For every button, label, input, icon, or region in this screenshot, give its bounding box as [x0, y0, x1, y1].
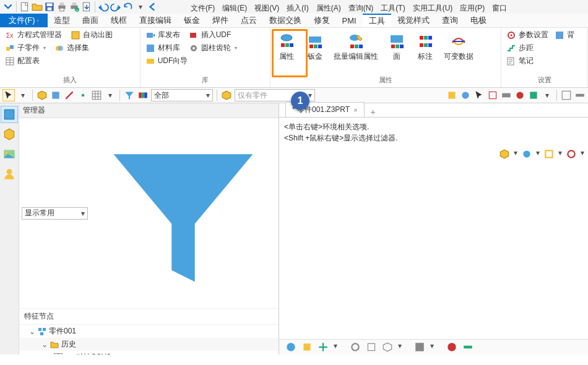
checkbox[interactable]: [54, 353, 63, 355]
dropdown-icon[interactable]: ▾: [558, 148, 562, 160]
menu-view[interactable]: 视图(V): [252, 3, 282, 14]
user-tab-icon[interactable]: [1, 165, 18, 182]
tool-icon[interactable]: [487, 90, 498, 101]
undo-icon[interactable]: [98, 1, 109, 12]
insert-udf-button[interactable]: 插入UDF: [188, 29, 233, 41]
tab-shape[interactable]: 造型: [48, 14, 76, 27]
tree-csys[interactable]: 默认CSYS: [19, 351, 279, 354]
menu-app[interactable]: 应用(P): [457, 3, 487, 14]
print-icon[interactable]: [56, 1, 67, 12]
param-settings-button[interactable]: 参数设置: [505, 29, 550, 41]
dropdown-icon[interactable]: ▾: [135, 1, 146, 12]
menu-attr[interactable]: 属性(A): [314, 3, 344, 14]
variable-data-button[interactable]: 可变数据: [441, 32, 476, 63]
export-icon[interactable]: [81, 1, 92, 12]
viewport[interactable]: ▾ ▾ ▾ ▾: [279, 147, 588, 339]
edge-icon[interactable]: [64, 90, 75, 101]
filter-scope-combo[interactable]: 全部▾: [151, 89, 213, 101]
tab-direct[interactable]: 直接编辑: [133, 14, 178, 27]
tab-surface[interactable]: 曲面: [76, 14, 105, 27]
equation-manager-button[interactable]: Σx方程式管理器: [4, 29, 63, 41]
tool-icon[interactable]: [561, 90, 572, 101]
nav-icon[interactable]: [301, 341, 313, 353]
dropdown-icon[interactable]: ▾: [514, 148, 517, 160]
nav-icon[interactable]: [285, 341, 296, 353]
open-folder-icon[interactable]: [32, 1, 43, 12]
pointer-icon[interactable]: [2, 89, 15, 101]
view-icon[interactable]: [521, 148, 532, 160]
dropdown-icon[interactable]: ▾: [105, 90, 116, 101]
dropdown-icon[interactable]: ▾: [542, 90, 553, 101]
menu-file[interactable]: 文件(F): [188, 3, 217, 14]
view-icon[interactable]: [566, 148, 577, 160]
sheetmetal-attr-button[interactable]: 钣金: [303, 32, 327, 63]
step-button[interactable]: 步距: [505, 42, 584, 54]
close-icon[interactable]: ×: [353, 106, 357, 114]
batch-edit-attr-button[interactable]: 批量编辑属性: [331, 32, 381, 63]
history-tab-icon[interactable]: [1, 106, 18, 123]
dropdown-icon[interactable]: ▾: [430, 341, 441, 353]
qat-dropdown-icon[interactable]: [2, 1, 14, 12]
dropdown-icon[interactable]: ▾: [398, 341, 409, 353]
grid-icon[interactable]: [91, 90, 102, 101]
filter-icon[interactable]: [90, 119, 276, 307]
color-bars-icon[interactable]: [137, 90, 149, 101]
tool-icon[interactable]: [501, 90, 512, 101]
menu-insert[interactable]: 插入(I): [284, 3, 311, 14]
dropdown-icon[interactable]: ▾: [17, 90, 28, 101]
tree-history[interactable]: ⌄历史: [19, 338, 279, 351]
filter-funnel-icon[interactable]: [124, 90, 135, 101]
part-tab-icon[interactable]: [1, 126, 18, 143]
box-icon[interactable]: [221, 90, 232, 101]
image-tab-icon[interactable]: [1, 145, 18, 163]
lib-publish-button[interactable]: 库发布: [144, 29, 181, 41]
face-icon[interactable]: [50, 90, 61, 101]
nav-icon[interactable]: [366, 341, 377, 353]
view-icon[interactable]: [499, 148, 510, 160]
sub-part-button[interactable]: 子零件▾: [4, 42, 47, 54]
display-combo[interactable]: 显示常用▾: [22, 207, 88, 220]
tree-root[interactable]: ⌄零件001: [19, 325, 279, 338]
dropdown-icon[interactable]: ▾: [334, 341, 345, 353]
nav-icon[interactable]: [350, 341, 361, 353]
tool-icon[interactable]: [574, 90, 586, 101]
print-add-icon[interactable]: +: [69, 1, 80, 12]
cube-icon[interactable]: [37, 90, 48, 101]
notes-button[interactable]: 笔记: [505, 55, 584, 67]
gear-button[interactable]: 圆柱齿轮▾: [188, 42, 238, 54]
tool-icon[interactable]: [514, 90, 525, 101]
tool-icon[interactable]: [460, 90, 471, 101]
refresh-icon[interactable]: [123, 1, 134, 12]
tool-icon[interactable]: [528, 90, 539, 101]
add-tab-button[interactable]: +: [368, 107, 378, 117]
face-attr-button[interactable]: 面: [384, 32, 409, 63]
menu-edit[interactable]: 编辑(E): [220, 3, 249, 14]
menu-query[interactable]: 查询(N): [346, 3, 376, 14]
nav-icon[interactable]: [414, 341, 425, 353]
dropdown-icon[interactable]: ▾: [536, 148, 540, 160]
vertex-icon[interactable]: [77, 90, 89, 101]
tab-wire[interactable]: 线框: [105, 14, 133, 27]
material-lib-button[interactable]: 材料库: [144, 42, 181, 54]
file-tab[interactable]: 文件(F)▾: [0, 14, 48, 27]
menu-window[interactable]: 窗口: [490, 3, 509, 14]
config-table-button[interactable]: 配置表: [4, 55, 136, 67]
tool-icon[interactable]: [473, 90, 485, 101]
save-icon[interactable]: [44, 1, 55, 12]
nav-icon[interactable]: [382, 341, 393, 353]
redo-icon[interactable]: [110, 1, 121, 12]
auto-drawing-button[interactable]: 自动出图: [69, 29, 114, 41]
nav-icon[interactable]: [462, 341, 473, 353]
back-icon[interactable]: [147, 1, 158, 12]
nav-icon[interactable]: [446, 341, 457, 353]
menu-tools[interactable]: 工具(T): [378, 3, 407, 14]
background-button[interactable]: 背: [553, 29, 576, 41]
tool-icon[interactable]: [446, 90, 457, 101]
annotation-attr-button[interactable]: 标注: [413, 32, 438, 63]
view-icon[interactable]: [543, 148, 555, 160]
select-set-button[interactable]: 选择集: [53, 42, 90, 54]
menu-util[interactable]: 实用工具(U): [410, 3, 456, 14]
udf-wizard-button[interactable]: UDF向导: [144, 55, 267, 67]
attributes-button[interactable]: 属性: [274, 32, 299, 63]
nav-icon[interactable]: [318, 341, 329, 353]
